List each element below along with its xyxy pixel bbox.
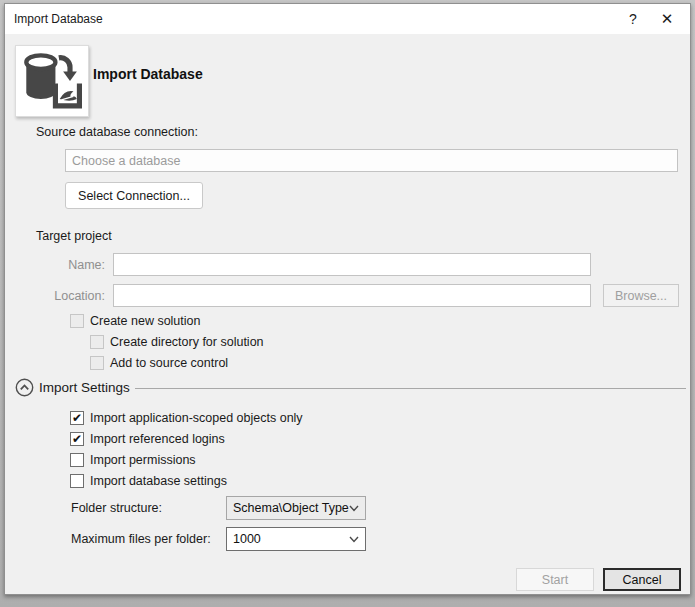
target-project-label: Target project [36, 229, 112, 243]
checkbox-box [70, 314, 84, 328]
database-import-glyph [21, 51, 83, 111]
import-referenced-logins-checkbox[interactable]: ✔ Import referenced logins [70, 432, 225, 446]
checkbox-box[interactable]: ✔ [70, 432, 84, 446]
window-title: Import Database [5, 12, 616, 26]
checkbox-box [90, 335, 104, 349]
create-directory-checkbox: Create directory for solution [90, 335, 264, 349]
project-location-input[interactable] [113, 284, 591, 307]
chevron-down-icon [349, 536, 359, 543]
checkbox-box[interactable] [70, 453, 84, 467]
import-database-settings-checkbox[interactable]: Import database settings [70, 474, 227, 488]
checkbox-label: Import permissions [90, 453, 196, 467]
checkbox-box[interactable]: ✔ [70, 411, 84, 425]
page-title: Import Database [93, 66, 203, 82]
selected-value: 1000 [233, 532, 349, 546]
selected-value: Schema\Object Type [233, 501, 349, 515]
add-source-control-checkbox: Add to source control [90, 356, 228, 370]
project-name-input[interactable] [113, 253, 591, 276]
source-connection-input[interactable] [65, 149, 678, 172]
browse-button: Browse... [603, 284, 679, 307]
collapse-chevron-icon[interactable] [15, 378, 34, 397]
import-database-icon [15, 45, 89, 117]
location-label: Location: [43, 289, 105, 303]
checkbox-label: Create directory for solution [110, 335, 264, 349]
close-icon[interactable]: ✕ [650, 4, 684, 34]
import-settings-header[interactable]: Import Settings [39, 380, 130, 395]
checkbox-label: Add to source control [110, 356, 228, 370]
checkbox-label: Import database settings [90, 474, 227, 488]
checkbox-box [90, 356, 104, 370]
import-app-scoped-checkbox[interactable]: ✔ Import application-scoped objects only [70, 411, 303, 425]
cancel-button[interactable]: Cancel [603, 568, 681, 591]
titlebar: Import Database ? ✕ [5, 4, 690, 34]
help-icon[interactable]: ? [616, 4, 650, 34]
checkbox-label: Import application-scoped objects only [90, 411, 303, 425]
max-files-label: Maximum files per folder: [71, 532, 211, 546]
start-button: Start [516, 568, 594, 591]
max-files-select[interactable]: 1000 [226, 527, 366, 551]
create-new-solution-checkbox: Create new solution [70, 314, 200, 328]
name-label: Name: [43, 258, 105, 272]
folder-structure-label: Folder structure: [71, 501, 162, 515]
dialog-body: Import Database Source database connecti… [5, 34, 690, 594]
import-database-dialog: Import Database ? ✕ Import Database Sour… [4, 3, 691, 595]
folder-structure-select[interactable]: Schema\Object Type [226, 496, 366, 520]
checkbox-box[interactable] [70, 474, 84, 488]
source-connection-label: Source database connection: [36, 125, 198, 139]
import-permissions-checkbox[interactable]: Import permissions [70, 453, 196, 467]
section-divider [135, 388, 686, 389]
chevron-down-icon [349, 505, 359, 512]
checkbox-label: Import referenced logins [90, 432, 225, 446]
select-connection-button[interactable]: Select Connection... [65, 182, 203, 209]
checkbox-label: Create new solution [90, 314, 200, 328]
